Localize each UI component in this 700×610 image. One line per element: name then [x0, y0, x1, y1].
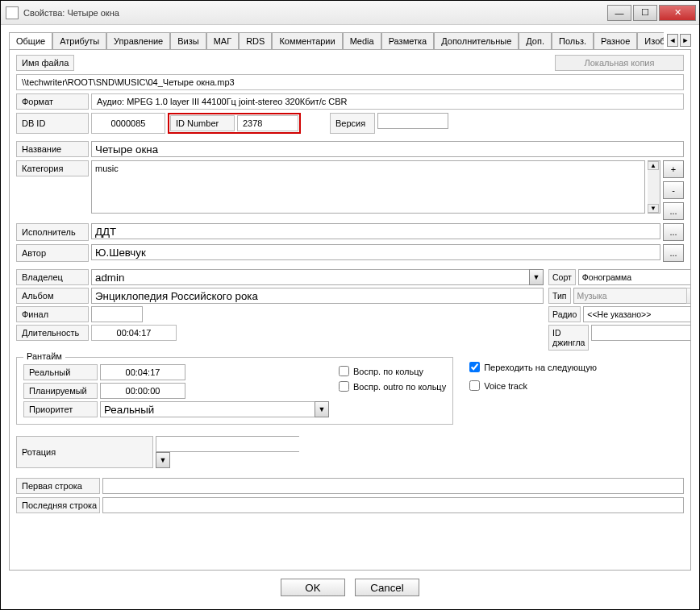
- tab-additional[interactable]: Дополнительные: [434, 32, 519, 49]
- ok-button[interactable]: OK: [281, 579, 345, 596]
- maximize-button[interactable]: ☐: [633, 5, 657, 21]
- runtime-real-label: Реальный: [23, 364, 98, 380]
- tab-mag[interactable]: МАГ: [206, 32, 239, 49]
- line1-input[interactable]: [102, 478, 684, 494]
- jingle-label: ID джингла: [548, 325, 589, 351]
- tab-comments[interactable]: Комментарии: [272, 32, 342, 49]
- runtime-right-checks: Переходить на следующую Voice track: [469, 354, 597, 425]
- tab-visas[interactable]: Визы: [170, 32, 206, 49]
- minimize-button[interactable]: —: [607, 5, 631, 21]
- voice-checkbox[interactable]: Voice track: [469, 380, 597, 391]
- tab-attributes[interactable]: Атрибуты: [52, 32, 106, 49]
- sort-combo[interactable]: ▼: [578, 269, 691, 285]
- category-add-button[interactable]: +: [663, 160, 684, 178]
- type-input: [573, 288, 686, 304]
- scroll-down-icon[interactable]: ▼: [648, 204, 659, 213]
- type-row: Тип ▼: [548, 288, 684, 304]
- local-copy-button[interactable]: Локальная копия: [555, 55, 684, 71]
- performer-row: Исполнитель ...: [16, 223, 684, 241]
- loop-check-input[interactable]: [339, 366, 349, 376]
- author-label: Автор: [16, 244, 89, 262]
- category-textarea[interactable]: music: [91, 160, 645, 214]
- line2-row: Последняя строка: [16, 497, 684, 513]
- runtime-priority-input[interactable]: [100, 401, 315, 417]
- footer-buttons: OK Cancel: [9, 571, 691, 603]
- owner-input[interactable]: [91, 269, 529, 285]
- duration-label: Длительность: [16, 325, 89, 341]
- tab-control[interactable]: Управление: [106, 32, 170, 49]
- next-check-input[interactable]: [469, 362, 480, 372]
- tab-user[interactable]: Польз.: [552, 32, 594, 49]
- author-row: Автор ...: [16, 244, 684, 262]
- runtime-priority-label: Приоритет: [23, 401, 98, 417]
- next-checkbox[interactable]: Переходить на следующую: [469, 362, 597, 372]
- radio-input[interactable]: [583, 306, 691, 322]
- type-label: Тип: [548, 288, 571, 304]
- sort-label: Сорт: [548, 269, 576, 285]
- category-scrollbar[interactable]: ▲ ▼: [648, 160, 660, 214]
- radio-combo[interactable]: ▼: [583, 306, 691, 322]
- dbid-value: 0000085: [91, 113, 165, 134]
- tab-misc[interactable]: Разное: [594, 32, 637, 49]
- tab-scroll-left[interactable]: ◄: [667, 34, 678, 47]
- final-label: Финал: [16, 306, 89, 322]
- duration-value: 00:04:17: [91, 325, 177, 341]
- album-label: Альбом: [16, 288, 89, 304]
- radio-label: Радио: [548, 306, 581, 322]
- runtime-planned-label: Планируемый: [23, 383, 98, 399]
- outro-loop-check-input[interactable]: [339, 381, 349, 392]
- next-label: Переходить на следующую: [484, 363, 597, 372]
- idnumber-value: 2378: [237, 115, 298, 131]
- voice-check-input[interactable]: [469, 380, 480, 391]
- tab-extra[interactable]: Доп.: [519, 32, 552, 49]
- loop-checkbox[interactable]: Воспр. по кольцу: [339, 366, 446, 376]
- filename-row: Имя файла Локальная копия: [16, 55, 684, 71]
- tab-panel: Имя файла Локальная копия \\techwriter\R…: [9, 50, 691, 571]
- owner-combo[interactable]: ▼: [91, 269, 544, 285]
- properties-window: Свойства: Четыре окна — ☐ ✕ Общие Атрибу…: [0, 0, 700, 610]
- category-row: Категория music ▲ ▼ + - ...: [16, 160, 684, 220]
- version-input[interactable]: [377, 113, 448, 129]
- sort-row: Сорт ▼: [548, 269, 684, 285]
- window-controls: — ☐ ✕: [607, 5, 696, 21]
- author-input[interactable]: [91, 244, 660, 260]
- scroll-up-icon[interactable]: ▲: [648, 161, 659, 170]
- chevron-down-icon[interactable]: ▼: [156, 452, 170, 468]
- category-remove-button[interactable]: -: [663, 181, 684, 199]
- performer-more-button[interactable]: ...: [663, 223, 684, 241]
- performer-input[interactable]: [91, 223, 660, 239]
- category-label: Категория: [16, 160, 89, 176]
- jingle-input[interactable]: [591, 325, 691, 341]
- runtime-block: Рантайм Реальный 00:04:17 Планируемый 00…: [16, 354, 684, 425]
- format-label: Формат: [16, 93, 89, 110]
- album-row: Альбом: [16, 288, 544, 304]
- runtime-priority-combo[interactable]: ▼: [100, 401, 329, 417]
- rotation-input[interactable]: [156, 436, 299, 452]
- app-icon: [6, 6, 19, 19]
- runtime-real-value: 00:04:17: [100, 364, 185, 380]
- tab-images[interactable]: Изображени: [637, 32, 664, 49]
- outro-loop-checkbox[interactable]: Воспр. outro по кольцу: [339, 381, 446, 392]
- tab-scroll-right[interactable]: ►: [680, 34, 691, 47]
- chevron-down-icon[interactable]: ▼: [529, 269, 544, 285]
- tab-media[interactable]: Media: [343, 32, 381, 49]
- owner-row: Владелец ▼: [16, 269, 544, 285]
- runtime-legend: Рантайм: [23, 351, 65, 361]
- sort-input[interactable]: [578, 269, 691, 285]
- tab-markup[interactable]: Разметка: [381, 32, 435, 49]
- chevron-down-icon[interactable]: ▼: [315, 401, 329, 417]
- cancel-button[interactable]: Cancel: [355, 579, 419, 596]
- name-input[interactable]: [91, 141, 684, 157]
- close-button[interactable]: ✕: [659, 5, 696, 21]
- rotation-combo[interactable]: ▼: [156, 436, 293, 468]
- album-input[interactable]: [91, 288, 544, 304]
- category-more-button[interactable]: ...: [663, 202, 684, 220]
- line2-input[interactable]: [102, 497, 684, 513]
- idnumber-label: ID Number: [170, 115, 235, 131]
- final-input[interactable]: [91, 306, 143, 322]
- rotation-row: Ротация ▼: [16, 436, 684, 468]
- author-more-button[interactable]: ...: [663, 244, 684, 262]
- tab-general[interactable]: Общие: [9, 32, 52, 49]
- window-title: Свойства: Четыре окна: [23, 8, 607, 18]
- tab-rds[interactable]: RDS: [239, 32, 272, 49]
